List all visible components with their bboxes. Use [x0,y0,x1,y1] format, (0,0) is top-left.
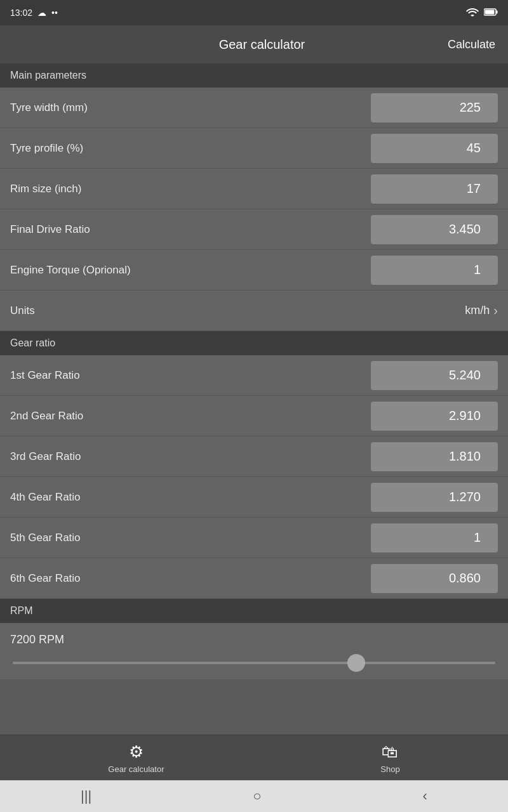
nav-shop[interactable]: 🛍 Shop [380,742,399,774]
tyre-profile-label: Tyre profile (%) [10,142,83,155]
engine-torque-row: Engine Torque (Oprional) [0,250,508,291]
cloud-icon: ☁ [37,8,46,18]
engine-torque-input[interactable] [371,256,498,285]
gear-2-label: 2nd Gear Ratio [10,410,83,422]
units-label: Units [10,304,35,317]
tyre-profile-row: Tyre profile (%) [0,128,508,169]
gear-4-input[interactable] [371,483,498,512]
gear-3-label: 3rd Gear Ratio [10,450,81,463]
rpm-slider-container [10,655,498,667]
units-chevron-icon: › [493,303,498,318]
shop-icon: 🛍 [382,742,398,762]
gear-5-input[interactable] [371,523,498,553]
svg-rect-1 [485,10,495,14]
gear-5-label: 5th Gear Ratio [10,532,81,544]
sync-icon: •• [51,8,58,18]
gear-1-row: 1st Gear Ratio [0,355,508,396]
gear-calculator-icon: ⚙ [129,742,144,762]
engine-torque-label: Engine Torque (Oprional) [10,264,131,277]
rpm-section-header: RPM [0,599,508,623]
final-drive-label: Final Drive Ratio [10,223,90,236]
nav-gear-calculator-label: Gear calculator [108,764,164,774]
final-drive-input[interactable] [371,215,498,244]
wifi-icon [466,8,479,18]
app-title: Gear calculator [219,37,305,52]
gear-1-input[interactable] [371,361,498,390]
system-nav-bar: ||| ○ ‹ [0,780,508,812]
app-bar: Gear calculator Calculate [0,25,508,63]
status-bar-right [466,8,498,18]
tyre-profile-input[interactable] [371,134,498,163]
gear-3-row: 3rd Gear Ratio [0,436,508,477]
gear-4-label: 4th Gear Ratio [10,491,81,504]
status-bar: 13:02 ☁ •• [0,0,508,25]
gear-6-input[interactable] [371,564,498,593]
tyre-width-label: Tyre width (mm) [10,102,88,114]
gear-1-label: 1st Gear Ratio [10,369,80,382]
sys-home-button[interactable]: ○ [253,788,261,804]
gear-6-row: 6th Gear Ratio [0,558,508,599]
nav-shop-label: Shop [380,764,399,774]
bottom-nav: ⚙ Gear calculator 🛍 Shop [0,735,508,780]
rpm-value: 7200 RPM [10,633,498,646]
main-params-section-header: Main parameters [0,63,508,88]
gear-3-input[interactable] [371,442,498,471]
units-current-value: km/h [465,304,490,317]
rim-size-input[interactable] [371,174,498,204]
gear-2-input[interactable] [371,402,498,431]
units-value-container[interactable]: km/h › [465,303,498,318]
nav-gear-calculator[interactable]: ⚙ Gear calculator [108,742,164,774]
gear-4-row: 4th Gear Ratio [0,477,508,518]
rpm-slider[interactable] [13,662,495,664]
gear-6-label: 6th Gear Ratio [10,572,81,585]
gear-5-row: 5th Gear Ratio [0,518,508,558]
battery-icon [484,8,498,18]
rim-size-row: Rim size (inch) [0,169,508,209]
tyre-width-input[interactable] [371,93,498,122]
gear-ratio-section-header: Gear ratio [0,331,508,355]
status-time: 13:02 [10,8,32,18]
sys-back-button[interactable]: ‹ [423,788,427,804]
gear-2-row: 2nd Gear Ratio [0,396,508,436]
rpm-section: 7200 RPM [0,623,508,679]
calculate-button[interactable]: Calculate [448,38,495,51]
rim-size-label: Rim size (inch) [10,183,81,195]
svg-rect-2 [497,10,498,13]
final-drive-row: Final Drive Ratio [0,209,508,250]
tyre-width-row: Tyre width (mm) [0,88,508,128]
sys-menu-button[interactable]: ||| [81,788,91,804]
status-bar-left: 13:02 ☁ •• [10,8,58,18]
units-row[interactable]: Units km/h › [0,291,508,331]
